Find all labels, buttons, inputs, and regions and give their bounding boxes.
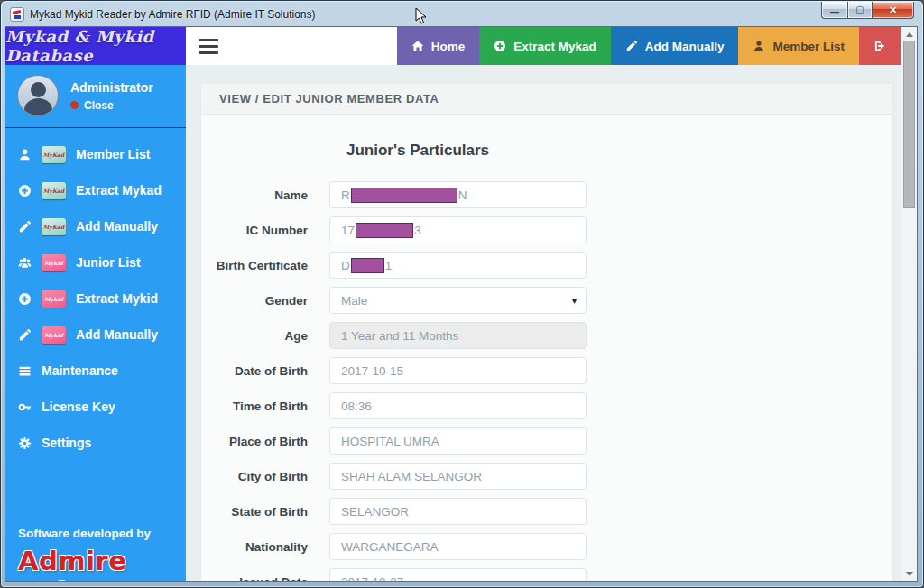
ic-number-input[interactable]: 173	[329, 216, 587, 243]
sidebar-item-maintenance[interactable]: Maintenance	[5, 353, 186, 389]
nav-extract-mykad-button[interactable]: Extract Mykad	[479, 27, 611, 65]
main-content: VIEW / EDIT JUNIOR MEMBER DATA Junior's …	[186, 65, 901, 581]
status-label: Close	[84, 99, 114, 112]
city-of-birth-input[interactable]: SHAH ALAM SELANGOR	[329, 463, 587, 490]
field-value: 2017-10-27	[341, 575, 403, 582]
field-value: 1 Year and 11 Months	[341, 329, 458, 343]
panel-title: VIEW / EDIT JUNIOR MEMBER DATA	[201, 84, 892, 115]
screen: Mykad Mykid Reader by Admire RFID (Admir…	[0, 0, 924, 588]
panel-body: Junior's Particulars NameRNIC Number173B…	[201, 115, 892, 581]
sidebar-item-settings[interactable]: Settings	[5, 425, 186, 461]
field-city-of-birth: City of BirthSHAH ALAM SELANGOR	[201, 463, 892, 490]
scroll-down-button[interactable]	[901, 566, 917, 581]
sidebar-item-label: Maintenance	[42, 363, 118, 378]
place-of-birth-input[interactable]: HOSPITAL UMRA	[329, 427, 587, 455]
field-value-fragment: D	[341, 259, 350, 272]
nav-add-manually-button[interactable]: Add Manually	[611, 27, 739, 65]
plus-circle-icon	[18, 184, 32, 198]
issued-date-input[interactable]: 2017-10-27	[329, 568, 587, 581]
caption-buttons: — ▢ ✕	[821, 2, 914, 19]
birth-certificate-input[interactable]: D1	[329, 252, 587, 279]
field-value: 08:36	[341, 400, 372, 413]
sidebar-item-label: Add Manually	[76, 327, 158, 342]
window-title: Mykad Mykid Reader by Admire RFID (Admir…	[30, 8, 316, 21]
nav-member-list-button[interactable]: Member List	[738, 27, 859, 65]
field-label: IC Number	[201, 224, 308, 237]
sidebar-item-label: Settings	[42, 436, 91, 450]
field-value-fragment: N	[458, 188, 467, 202]
sidebar-item-label: Extract Mykad	[76, 183, 162, 198]
sidebar-item-extract-mykad[interactable]: MyKadExtract Mykad	[5, 172, 186, 208]
admire-rfid-logo: Admire RFiD	[18, 546, 173, 582]
state-of-birth-input[interactable]: SELANGOR	[329, 498, 587, 525]
mykad-card-icon: MyKad	[42, 218, 66, 235]
gear-icon	[18, 436, 32, 450]
close-icon: ✕	[889, 5, 897, 15]
pencil-icon	[18, 328, 32, 342]
user-icon	[18, 148, 32, 161]
field-value-fragment: R	[341, 188, 350, 202]
window-titlebar[interactable]: Mykad Mykid Reader by Admire RFID (Admir…	[2, 2, 922, 26]
maximize-button[interactable]: ▢	[847, 2, 872, 19]
sidebar-item-extract-mykid[interactable]: MykidExtract Mykid	[5, 280, 186, 317]
sidebar-item-member-list[interactable]: MyKadMember List	[5, 136, 186, 172]
field-label: Time of Birth	[201, 400, 308, 413]
field-birth-certificate: Birth CertificateD1	[201, 252, 892, 279]
pencil-icon	[18, 220, 32, 234]
field-value: WARGANEGARA	[341, 540, 439, 554]
name-input[interactable]: RN	[329, 181, 587, 208]
redaction-box	[351, 188, 457, 203]
field-value-fragment: 1	[385, 259, 393, 272]
age-input: 1 Year and 11 Months	[329, 322, 587, 349]
plus-circle-icon	[18, 292, 32, 306]
junior-particulars-form: NameRNIC Number173Birth CertificateD1Gen…	[201, 181, 892, 581]
field-nationality: NationalityWARGANEGARA	[201, 533, 892, 560]
content-scrollbar[interactable]	[901, 27, 917, 581]
minimize-button[interactable]: —	[821, 2, 847, 19]
app-window: Mykad Mykid Reader by Admire RFID (Admir…	[0, 0, 924, 588]
home-icon	[411, 40, 424, 52]
mykad-card-icon: MyKad	[42, 182, 66, 199]
field-ic-number: IC Number173	[201, 216, 892, 243]
field-state-of-birth: State of BirthSELANGOR	[201, 498, 892, 525]
app-body: Administrator Close MyKadMember ListMyKa…	[5, 65, 901, 581]
scrollbar-thumb[interactable]	[903, 41, 915, 208]
nav-label: Member List	[772, 40, 845, 53]
client-area: Mykad & Mykid Database HomeExtract Mykad…	[5, 26, 918, 582]
field-label: State of Birth	[201, 505, 308, 519]
app-header: Mykad & Mykid Database HomeExtract Mykad…	[5, 27, 901, 65]
field-age: Age1 Year and 11 Months	[201, 322, 892, 349]
date-of-birth-input[interactable]: 2017-10-15	[329, 357, 587, 384]
field-place-of-birth: Place of BirthHOSPITAL UMRA	[201, 427, 892, 455]
field-label: Age	[201, 329, 308, 343]
scroll-up-button[interactable]	[901, 27, 917, 41]
field-label: Nationality	[201, 540, 308, 554]
key-icon	[18, 400, 32, 414]
nav-logout-button[interactable]	[859, 27, 901, 65]
close-button[interactable]: ✕	[872, 2, 914, 19]
maximize-icon: ▢	[855, 5, 864, 14]
nav-label: Home	[431, 40, 466, 53]
nationality-input[interactable]: WARGANEGARA	[329, 533, 587, 560]
field-label: Birth Certificate	[201, 259, 308, 272]
sidebar-item-add-manually[interactable]: MykidAdd Manually	[5, 317, 186, 353]
field-time-of-birth: Time of Birth08:36	[201, 392, 892, 419]
gender-select[interactable]: Male▾	[329, 287, 587, 314]
hamburger-menu-button[interactable]	[186, 27, 227, 65]
nav-home-button[interactable]: Home	[397, 27, 480, 65]
sidebar-item-junior-list[interactable]: MykidJunior List	[5, 244, 186, 280]
sidebar-item-license-key[interactable]: License Key	[5, 389, 186, 425]
sidebar-item-label: Junior List	[76, 255, 141, 270]
nav-label: Extract Mykad	[513, 40, 596, 53]
user-icon	[753, 40, 765, 52]
sidebar-item-label: Extract Mykid	[76, 291, 158, 306]
developer-credit: Software developed by	[18, 527, 173, 540]
time-of-birth-input[interactable]: 08:36	[329, 392, 587, 419]
logout-icon	[873, 40, 886, 52]
sidebar: Administrator Close MyKadMember ListMyKa…	[5, 65, 186, 581]
field-name: NameRN	[201, 181, 892, 208]
sidebar-item-add-manually[interactable]: MyKadAdd Manually	[5, 208, 186, 244]
panel: VIEW / EDIT JUNIOR MEMBER DATA Junior's …	[200, 83, 893, 581]
sidebar-item-label: Add Manually	[76, 219, 158, 234]
redaction-box	[351, 258, 384, 273]
